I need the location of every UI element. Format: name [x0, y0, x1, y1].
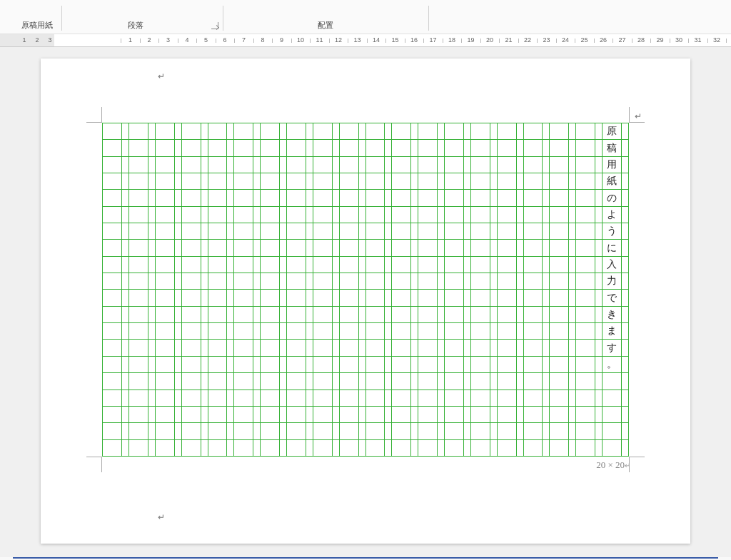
grid-cell[interactable] [392, 240, 410, 256]
grid-cell[interactable] [471, 157, 490, 173]
grid-cell[interactable] [156, 373, 174, 390]
grid-cell[interactable] [182, 140, 201, 156]
grid-cell[interactable] [576, 140, 595, 156]
grid-cell[interactable] [313, 240, 332, 256]
grid-cell[interactable] [208, 223, 227, 240]
grid-cell[interactable] [445, 273, 463, 290]
grid-cell[interactable] [182, 207, 201, 223]
grid-cell[interactable] [445, 440, 463, 456]
grid-cell[interactable] [445, 257, 463, 273]
grid-cell[interactable] [261, 123, 279, 140]
grid-cell[interactable] [471, 357, 490, 373]
grid-cell[interactable] [313, 123, 332, 140]
grid-cell[interactable] [182, 373, 201, 390]
grid-cell[interactable] [550, 340, 568, 356]
grid-cell[interactable] [524, 173, 543, 190]
grid-cell[interactable] [366, 423, 385, 439]
grid-cell[interactable] [182, 240, 201, 256]
grid-cell[interactable] [156, 440, 174, 456]
grid-cell[interactable] [261, 323, 279, 340]
grid-cell[interactable] [550, 357, 568, 373]
grid-cell[interactable] [261, 173, 279, 190]
grid-cell[interactable] [445, 190, 463, 206]
grid-cell[interactable] [182, 340, 201, 356]
grid-cell[interactable] [156, 273, 174, 290]
grid-cell[interactable] [234, 240, 253, 256]
grid-cell[interactable] [156, 240, 174, 256]
grid-cell[interactable] [287, 307, 306, 323]
grid-cell[interactable] [524, 123, 543, 140]
grid-cell[interactable] [576, 407, 595, 423]
grid-cell[interactable] [418, 323, 437, 340]
grid-cell[interactable] [445, 140, 463, 156]
grid-cell[interactable] [524, 190, 543, 206]
grid-cell[interactable] [340, 390, 358, 407]
grid-cell[interactable] [550, 273, 568, 290]
grid-cell[interactable] [471, 323, 490, 340]
grid-cell[interactable] [129, 290, 148, 306]
grid-cell[interactable] [524, 240, 543, 256]
grid-cell[interactable] [498, 373, 516, 390]
grid-cell[interactable] [261, 190, 279, 206]
grid-cell[interactable] [313, 207, 332, 223]
genkou-grid[interactable]: 原稿用紙のように入力できます。 [102, 123, 629, 457]
grid-cell[interactable] [261, 157, 279, 173]
grid-cell[interactable]: の [603, 190, 621, 206]
grid-cell[interactable] [129, 373, 148, 390]
grid-cell[interactable] [129, 140, 148, 156]
grid-cell[interactable] [313, 340, 332, 356]
grid-cell[interactable] [524, 390, 543, 407]
grid-cell[interactable]: 紙 [603, 173, 621, 190]
grid-cell[interactable] [287, 273, 306, 290]
grid-cell[interactable] [392, 223, 410, 240]
grid-cell[interactable] [287, 190, 306, 206]
grid-cell[interactable] [234, 123, 253, 140]
grid-cell[interactable] [550, 173, 568, 190]
grid-cell[interactable] [287, 357, 306, 373]
grid-cell[interactable] [366, 373, 385, 390]
grid-cell[interactable] [261, 240, 279, 256]
grid-cell[interactable] [498, 157, 516, 173]
grid-cell[interactable] [418, 373, 437, 390]
grid-cell[interactable] [287, 257, 306, 273]
grid-cell[interactable] [418, 273, 437, 290]
grid-cell[interactable] [576, 240, 595, 256]
grid-cell[interactable] [498, 290, 516, 306]
grid-cell[interactable] [366, 357, 385, 373]
grid-cell[interactable] [208, 323, 227, 340]
grid-cell[interactable] [156, 390, 174, 407]
grid-cell[interactable] [287, 340, 306, 356]
grid-cell[interactable] [550, 423, 568, 439]
grid-cell[interactable] [576, 190, 595, 206]
grid-cell[interactable] [156, 290, 174, 306]
grid-cell[interactable] [366, 340, 385, 356]
grid-cell[interactable] [340, 407, 358, 423]
grid-cell[interactable] [261, 140, 279, 156]
grid-cell[interactable] [287, 123, 306, 140]
grid-cell[interactable] [392, 373, 410, 390]
grid-cell[interactable] [234, 173, 253, 190]
grid-cell[interactable] [498, 207, 516, 223]
grid-cell[interactable] [524, 373, 543, 390]
grid-cell[interactable] [498, 323, 516, 340]
grid-cell[interactable] [156, 207, 174, 223]
grid-cell[interactable] [445, 407, 463, 423]
grid-cell[interactable] [103, 207, 121, 223]
page[interactable]: ↵ ↵ 原稿用紙のように入力できます。 20 × 20↵ ↵ [41, 58, 690, 544]
grid-cell[interactable] [313, 323, 332, 340]
grid-cell[interactable] [524, 273, 543, 290]
grid-cell[interactable] [287, 240, 306, 256]
grid-cell[interactable] [471, 440, 490, 456]
grid-cell[interactable] [340, 157, 358, 173]
grid-cell[interactable] [103, 357, 121, 373]
grid-cell[interactable] [550, 190, 568, 206]
document-viewport[interactable]: ↵ ↵ 原稿用紙のように入力できます。 20 × 20↵ ↵ [0, 47, 731, 557]
grid-cell[interactable] [471, 290, 490, 306]
grid-cell[interactable] [445, 240, 463, 256]
grid-cell[interactable] [156, 307, 174, 323]
grid-cell[interactable] [418, 340, 437, 356]
grid-cell[interactable]: よ [603, 207, 621, 223]
grid-cell[interactable] [550, 157, 568, 173]
grid-cell[interactable] [156, 407, 174, 423]
grid-cell[interactable] [340, 257, 358, 273]
